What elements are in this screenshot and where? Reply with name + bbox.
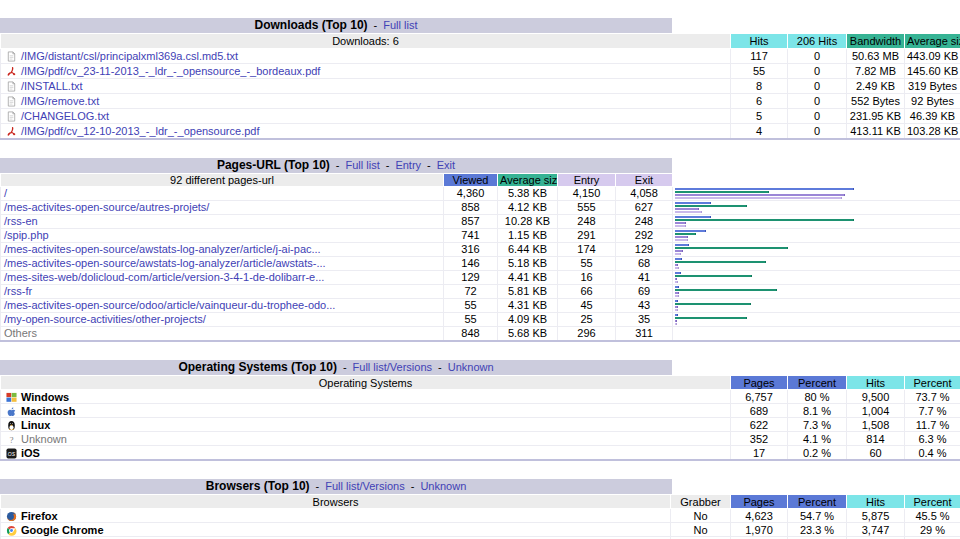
name-cell: ?Unknown: [1, 432, 731, 446]
value-cell: 16: [558, 271, 616, 285]
browsers-link-full-list-versions[interactable]: Full list/Versions: [325, 480, 404, 492]
value-cell: 0.4 %: [905, 446, 960, 461]
grabber-column-header: Grabber: [671, 495, 731, 509]
value-cell: 11.7 %: [905, 418, 960, 432]
name-link[interactable]: /mes-activites-open-source/awstats-log-a…: [4, 243, 321, 255]
table-row: /4,3605.38 KB4,1504,058: [1, 187, 960, 201]
name-label: iOS: [21, 447, 40, 459]
pages-link-full-list[interactable]: Full list: [345, 159, 379, 171]
bar-chart-cell: [673, 271, 960, 285]
table-row: FirefoxNo4,62354.7 %5,87545.5 %: [1, 509, 960, 523]
table-row: /INSTALL.txt802.49 KB319 Bytes: [1, 79, 960, 94]
name-label: Windows: [21, 391, 69, 403]
title-separator: -: [336, 159, 340, 171]
value-cell: 4.31 KB: [498, 299, 558, 313]
name-link[interactable]: /mes-sites-web/dolicloud-com/article/ver…: [4, 271, 324, 283]
name-cell: /spip.php: [1, 229, 444, 243]
name-link[interactable]: /: [4, 187, 7, 199]
value-cell: 0: [788, 94, 847, 109]
value-cell: 43: [616, 299, 673, 313]
name-link[interactable]: /IMG/distant/csl/principalxml369a.csl.md…: [21, 50, 238, 62]
name-cell: /rss-en: [1, 215, 444, 229]
browsers-link-unknown[interactable]: Unknown: [420, 480, 466, 492]
table-row: /rss-fr725.81 KB6669: [1, 285, 960, 299]
name-link[interactable]: /INSTALL.txt: [21, 80, 83, 92]
value-cell: 41: [616, 271, 673, 285]
section-title: Downloads (Top 10): [254, 18, 367, 32]
value-cell: 45: [558, 299, 616, 313]
title-separator: -: [411, 480, 415, 492]
value-cell: 555: [558, 201, 616, 215]
name-link[interactable]: /IMG/pdf/cv_23-11-2013_-_ldr_-_opensourc…: [21, 65, 320, 77]
pages-link-entry[interactable]: Entry: [395, 159, 421, 171]
name-link[interactable]: /spip.php: [4, 229, 49, 241]
name-link[interactable]: /my-open-source-activities/other-project…: [4, 313, 206, 325]
value-cell: 443.09 KB: [905, 49, 960, 64]
name-cell: /CHANGELOG.txt: [1, 109, 731, 124]
name-link[interactable]: /mes-activites-open-source/autres-projet…: [4, 201, 209, 213]
value-cell: 4,360: [444, 187, 498, 201]
name-label: Google Chrome: [21, 524, 104, 536]
section-title: Browsers (Top 10): [206, 479, 310, 493]
grabber-cell: No: [671, 509, 731, 523]
name-link[interactable]: /IMG/pdf/cv_12-10-2013_-_ldr_-_opensourc…: [21, 125, 259, 137]
bar-chart-cell: [673, 201, 960, 215]
name-link[interactable]: /mes-activites-open-source/odoo/article/…: [4, 299, 335, 311]
table-header-row: Downloads: 6Hits206 HitsBandwidthAverage…: [1, 34, 960, 49]
column-header-206-hits: 206 Hits: [788, 34, 847, 49]
os-link-unknown[interactable]: Unknown: [448, 361, 494, 373]
column-header-percent: Percent: [788, 495, 847, 509]
value-cell: 45.5 %: [905, 509, 960, 523]
column-header-bandwidth: Bandwidth: [847, 34, 905, 49]
column-header-pages: Pages: [731, 376, 788, 390]
value-cell: 0: [788, 109, 847, 124]
value-cell: 54.7 %: [788, 509, 847, 523]
operating-systems-section: Operating Systems (Top 10)-Full list/Ver…: [0, 360, 960, 461]
entry-bar: [675, 306, 678, 308]
table-header-row: BrowsersGrabberPagesPercentHitsPercent: [1, 495, 960, 509]
exit-bar: [675, 253, 681, 255]
column-header-percent: Percent: [905, 495, 960, 509]
title-separator: -: [427, 159, 431, 171]
svg-text:?: ?: [9, 434, 13, 444]
entry-bar: [675, 208, 699, 210]
name-cell: Windows: [1, 390, 731, 404]
pages-link-exit[interactable]: Exit: [437, 159, 455, 171]
entry-bar: [675, 264, 678, 266]
name-link[interactable]: /IMG/remove.txt: [21, 95, 99, 107]
value-cell: 4,150: [558, 187, 616, 201]
value-cell: 69: [616, 285, 673, 299]
table-row: /IMG/distant/csl/principalxml369a.csl.md…: [1, 49, 960, 64]
title-separator: -: [438, 361, 442, 373]
value-cell: 4.09 KB: [498, 313, 558, 327]
name-link[interactable]: /rss-fr: [4, 285, 32, 297]
bar-chart-cell: [673, 215, 960, 229]
os-link-full-list-versions[interactable]: Full list/Versions: [353, 361, 432, 373]
viewed-bar: [675, 244, 689, 246]
value-cell: 66: [558, 285, 616, 299]
name-label: Unknown: [21, 433, 67, 445]
downloads-link-full-list[interactable]: Full list: [383, 19, 417, 31]
column-header-average-size: Average size: [498, 174, 558, 187]
downloads-table: Downloads: 6Hits206 HitsBandwidthAverage…: [0, 33, 960, 140]
pages-title-bar: Pages-URL (Top 10)-Full list-Entry-Exit: [0, 158, 672, 173]
value-cell: 858: [444, 201, 498, 215]
title-separator: -: [374, 19, 378, 31]
value-cell: 55: [558, 257, 616, 271]
value-cell: 622: [731, 418, 788, 432]
entry-bar: [675, 250, 683, 252]
value-cell: 7.7 %: [905, 404, 960, 418]
table-header-row: Operating SystemsPagesPercentHitsPercent: [1, 376, 960, 390]
table-row: Google ChromeNo1,97023.3 %3,74729 %: [1, 523, 960, 537]
value-cell: 292: [616, 229, 673, 243]
bar-chart-cell: [673, 327, 960, 342]
value-cell: 25: [558, 313, 616, 327]
name-link[interactable]: /mes-activites-open-source/awstats-log-a…: [4, 257, 326, 269]
name-link[interactable]: /rss-en: [4, 215, 38, 227]
table-row: /IMG/pdf/cv_23-11-2013_-_ldr_-_opensourc…: [1, 64, 960, 79]
name-link[interactable]: /CHANGELOG.txt: [21, 110, 109, 122]
viewed-bar: [675, 202, 711, 204]
value-cell: 72: [444, 285, 498, 299]
value-cell: 6.44 KB: [498, 243, 558, 257]
entry-bar: [675, 236, 688, 238]
